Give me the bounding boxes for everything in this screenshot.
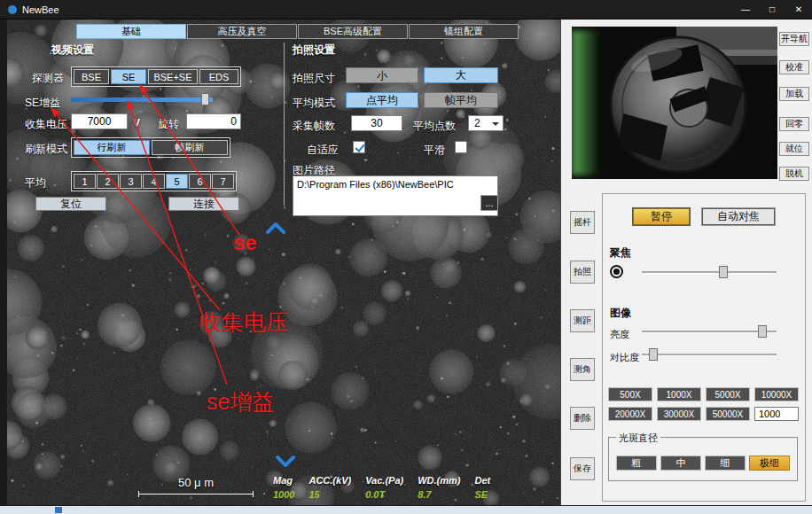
focus-record-icon[interactable] — [610, 265, 623, 278]
control-panel: 暂停 自动对焦 聚焦 图像 亮度 对比度 500X 1000X 5000X 10… — [602, 193, 806, 502]
offline-button[interactable]: 脱机 — [779, 167, 809, 181]
spot-extrafine-button[interactable]: 极细 — [749, 456, 790, 471]
spot-diameter-group: 光斑直径 粗 中 细 极细 — [608, 437, 798, 481]
measure-distance-button[interactable]: 测距 — [570, 309, 595, 332]
focus-slider[interactable] — [642, 265, 777, 279]
sidebar: 开导航 校准 加载 回零 就位 脱机 摇杆 拍照 测距 测角 删除 保存 暂停 … — [560, 19, 812, 505]
annotation-voltage: 收集电压 — [199, 308, 288, 337]
mag-50000x-button[interactable]: 50000X — [706, 407, 750, 421]
minimize-button[interactable]: — — [732, 0, 759, 19]
window-controls: — □ ✕ — [732, 0, 812, 19]
mag-30000x-button[interactable]: 30000X — [657, 407, 701, 421]
spot-coarse-button[interactable]: 粗 — [616, 456, 657, 471]
spot-diameter-label: 光斑直径 — [616, 432, 660, 445]
taskbar-strip — [0, 506, 812, 514]
mag-10000x-button[interactable]: 10000X — [754, 387, 799, 401]
close-button[interactable]: ✕ — [785, 0, 812, 19]
pause-button[interactable]: 暂停 — [633, 208, 690, 225]
load-button[interactable]: 加载 — [779, 87, 809, 101]
mag-1000x-button[interactable]: 1000X — [657, 387, 701, 401]
app-window: NewBee — □ ✕ — [0, 0, 812, 514]
brightness-label: 亮度 — [610, 328, 629, 341]
contrast-slider[interactable] — [642, 347, 777, 362]
annotation-se: se — [233, 230, 257, 255]
contrast-label: 对比度 — [610, 351, 639, 364]
mag-20000x-button[interactable]: 20000X — [608, 407, 652, 421]
spot-fine-button[interactable]: 细 — [705, 456, 746, 471]
return-zero-button[interactable]: 回零 — [779, 117, 809, 131]
brightness-slider[interactable] — [642, 324, 777, 339]
mag-input[interactable]: 1000 — [754, 407, 799, 421]
in-position-button[interactable]: 就位 — [779, 142, 809, 156]
scroll-down-icon[interactable] — [276, 456, 295, 467]
joystick-button[interactable]: 摇杆 — [570, 211, 595, 234]
calibrate-button[interactable]: 校准 — [779, 60, 809, 74]
mag-5000x-button[interactable]: 5000X — [706, 387, 750, 401]
mag-500x-button[interactable]: 500X — [608, 387, 652, 401]
taskbar-app-icon[interactable] — [55, 507, 62, 513]
annotation-arrows — [7, 19, 560, 505]
image-section-label: 图像 — [610, 306, 631, 321]
maximize-button[interactable]: □ — [759, 0, 785, 19]
focus-label: 聚焦 — [610, 245, 631, 261]
chamber-camera-view — [572, 27, 777, 179]
app-icon — [8, 5, 17, 14]
delete-button[interactable]: 删除 — [570, 407, 595, 430]
save-button[interactable]: 保存 — [570, 457, 595, 480]
title-bar: NewBee — □ ✕ — [0, 0, 812, 19]
autofocus-button[interactable]: 自动对焦 — [702, 208, 775, 225]
annotation-gain: se增益 — [207, 387, 274, 417]
window-title: NewBee — [22, 4, 59, 15]
capture-button[interactable]: 拍照 — [570, 261, 595, 284]
measure-angle-button[interactable]: 测角 — [570, 358, 595, 381]
sem-viewport: 基础 高压及真空 BSE高级配置 镜组配置 视频设置 探测器 BSE SE BS… — [7, 19, 560, 505]
open-navigation-button[interactable]: 开导航 — [779, 32, 809, 46]
spot-medium-button[interactable]: 中 — [660, 456, 701, 471]
scroll-up-icon[interactable] — [266, 222, 285, 234]
